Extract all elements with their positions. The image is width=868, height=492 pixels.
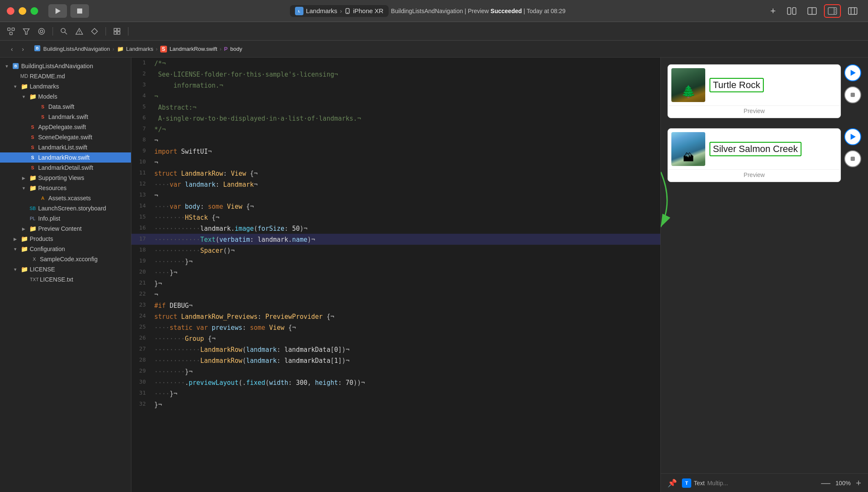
zoom-out-button[interactable]: — [821,478,830,489]
sidebar-item-configuration[interactable]: ▼ 📁 Configuration [0,244,131,254]
sidebar-item-landmarkdetail[interactable]: S LandmarkDetail.swift [0,163,131,173]
scheme-selector[interactable]: L Landmarks › iPhone XR [290,5,389,17]
sidebar-item-root[interactable]: ▼ B BuildingListsAndNavigation [0,61,131,71]
inspector-button[interactable] [824,4,841,18]
preview-card-inner-2: Silver Salmon Creek [668,129,840,169]
folder-icon-1: 📁 [117,46,124,52]
toolbar [0,22,868,41]
code-line-3: 3 information.¬ [131,80,660,91]
toolbar-modules-icon[interactable] [36,25,47,37]
xcconfig-icon: X [31,255,38,263]
toolbar-search-icon[interactable] [58,25,70,37]
d-empty-11 [22,256,29,263]
scenedelegate-icon: S [29,133,36,141]
sidebar-item-scenedelegate[interactable]: S SceneDelegate.swift [0,132,131,142]
svg-marker-21 [23,29,29,34]
sidebar-item-label-supporting: Supporting Views [38,174,128,181]
toolbar-warning-icon[interactable] [73,25,85,37]
code-line-17[interactable]: 17 ············Text(verbatim: landmark.n… [131,234,660,245]
sidebar-item-xcassets[interactable]: A Assets.xcassets [0,193,131,203]
models-folder-icon: 📁 [29,93,36,100]
preview-play-button-2[interactable] [844,128,861,145]
svg-point-23 [40,30,43,33]
disclosure-supporting: ▶ [20,174,27,181]
preview-stop-button-1[interactable] [844,86,861,103]
swap-windows-button[interactable] [783,4,800,18]
sidebar-item-preview-content[interactable]: ▶ 📁 Preview Content [0,224,131,234]
toolbar-grid-icon[interactable] [111,25,123,37]
landmarkdetail-icon: S [29,164,36,171]
code-line-10: 10 ¬ [131,157,660,168]
sidebar-item-label-landmark: Landmark.swift [48,113,128,120]
preview-card-inner-1: Turtle Rock [668,65,840,105]
preview-action-btns-1 [844,64,861,103]
landmarkrow-icon: S [29,154,36,161]
sidebar-item-landmarkrow[interactable]: S LandmarkRow.swift [0,152,131,163]
svg-text:B: B [36,46,39,50]
minimize-button[interactable] [19,7,26,15]
breadcrumb-symbol-label: body [230,46,242,52]
sidebar-item-launchscreen[interactable]: SB LaunchScreen.storyboard [0,203,131,213]
sidebar-item-landmarks[interactable]: ▼ 📁 Landmarks [0,81,131,91]
breadcrumb-file[interactable]: S LandmarkRow.swift [160,46,217,53]
sidebar-item-label-configuration: Configuration [30,246,128,252]
nav-forward-button[interactable]: › [18,44,28,54]
sidebar-item-data-swift[interactable]: S Data.swift [0,102,131,112]
sidebar-item-license[interactable]: ▼ 📁 LICENSE [0,264,131,274]
d-empty-7 [20,164,27,171]
breadcrumb-symbol[interactable]: P body [224,46,242,52]
code-editor[interactable]: 1 /*¬ 2 See·LICENSE·folder·for·this·samp… [131,58,660,492]
zoom-in-button[interactable]: + [856,478,861,489]
sidebar-item-landmark-swift[interactable]: S Landmark.swift [0,112,131,122]
titlebar-right: + [766,4,861,18]
toolbar-hierarchy-icon[interactable] [5,25,17,37]
breadcrumb-project[interactable]: B BuildingListsAndNavigation [34,45,110,53]
sidebar-item-products[interactable]: ▶ 📁 Products [0,234,131,244]
sidebar-item-supporting-views[interactable]: ▶ 📁 Supporting Views [0,173,131,183]
add-tab-button[interactable]: + [766,4,780,18]
svg-marker-0 [56,8,61,14]
d-empty-4 [20,134,27,141]
preview-status-bar: 📌 T Text Multip... — 100% + [661,473,868,492]
sidebar-item-appdelegate[interactable]: S AppDelegate.swift [0,122,131,132]
sidebar-item-license-txt[interactable]: TXT LICENSE.txt [0,274,131,285]
code-line-14: 14 ····var body: some View {¬ [131,201,660,212]
code-line-15: 15 ········HStack {¬ [131,212,660,223]
device-icon [345,8,351,14]
type-icon: T [682,478,691,488]
swift-icon-breadcrumb: S [160,46,167,53]
stop-button[interactable] [70,4,89,18]
full-inspector-button[interactable] [844,4,861,18]
sidebar-item-readme[interactable]: MD README.md [0,71,131,81]
preview-action-btns-2 [844,128,861,167]
data-swift-icon: S [39,103,47,111]
code-line-26: 26 ········Group {¬ [131,333,660,344]
sidebar-item-landmarklist[interactable]: S LandmarkList.swift [0,142,131,152]
sidebar-item-xcconfig[interactable]: X SampleCode.xcconfig [0,254,131,264]
sidebar-item-infoplist[interactable]: PL Info.plist [0,213,131,224]
xcassets-icon: A [39,194,47,202]
sidebar-item-label-preview-content: Preview Content [38,225,128,232]
status-subtype: Multip... [707,480,728,486]
window-controls [7,7,38,15]
maximize-button[interactable] [31,7,38,15]
sidebar-item-resources[interactable]: ▼ 📁 Resources [0,183,131,193]
svg-rect-7 [793,8,796,14]
sidebar-item-label-appdelegate: AppDelegate.swift [38,124,128,130]
sidebar-item-models[interactable]: ▼ 📁 Models [0,91,131,102]
toolbar-filter-icon[interactable] [20,25,32,37]
breadcrumb-folder[interactable]: 📁 Landmarks [117,46,153,52]
d-empty-2 [31,113,37,120]
preview-play-button-1[interactable] [844,64,861,81]
toolbar-diamond-icon[interactable] [89,25,100,37]
code-line-8: 8 ¬ [131,135,660,146]
preview-stop-button-2[interactable] [844,150,861,167]
run-button[interactable] [48,4,67,18]
svg-rect-1 [77,8,82,14]
preview-card-2: Silver Salmon Creek Preview [668,128,841,182]
sidebar-item-label-data: Data.swift [48,103,128,110]
nav-back-button[interactable]: ‹ [7,44,17,54]
close-button[interactable] [7,7,14,15]
layout-button[interactable] [804,4,821,18]
preview-title-2: Silver Salmon Creek [709,142,801,156]
